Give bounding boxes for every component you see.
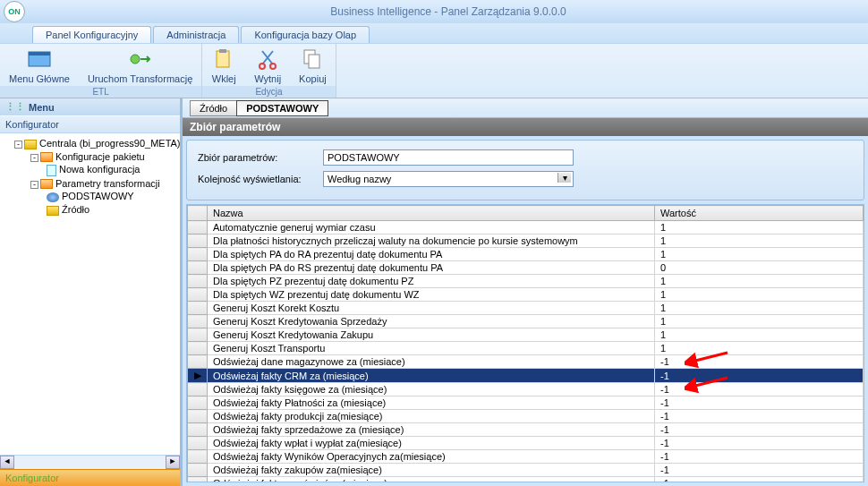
display-order-select[interactable]: Według nazwy — [323, 171, 574, 187]
cell-value[interactable]: 1 — [655, 302, 864, 315]
scroll-right-icon[interactable]: ► — [166, 456, 180, 469]
row-header[interactable] — [188, 423, 208, 437]
tree-view[interactable]: -Centrala (bi_progress90_META)-Konfigura… — [0, 133, 180, 455]
cell-name[interactable]: Odświeżaj fakty wpłat i wypłat za(miesią… — [208, 437, 655, 450]
row-header[interactable] — [188, 302, 208, 315]
cell-value[interactable]: 1 — [655, 221, 864, 234]
cell-name[interactable]: Dla spiętych PZ prezentuj datę dokumentu… — [208, 275, 655, 288]
table-row[interactable]: Odświeżaj fakty Płatności za (miesiące)-… — [188, 396, 864, 410]
tree-expander-icon[interactable]: - — [30, 154, 38, 162]
cell-value[interactable]: 1 — [655, 248, 864, 261]
breadcrumb-item[interactable]: Źródło — [190, 100, 237, 116]
table-row[interactable]: Generuj Koszt Korekt Kosztu1 — [188, 302, 864, 315]
cell-name[interactable]: Odświeżaj fakty zamówień za(miesiące) — [208, 477, 655, 483]
table-row[interactable]: Odświeżaj fakty księgowe za (miesiące)-1 — [188, 383, 864, 396]
column-header-value[interactable]: Wartość — [655, 206, 864, 221]
cell-name[interactable]: Odświeżaj fakty zakupów za(miesiące) — [208, 464, 655, 477]
cell-name[interactable]: Dla płatności historycznych przeliczaj w… — [208, 234, 655, 248]
table-row[interactable]: Odświeżaj fakty wpłat i wypłat za(miesią… — [188, 437, 864, 450]
sidebar-subtitle[interactable]: Konfigurator — [0, 115, 180, 133]
cell-name[interactable]: Odświeżaj fakty sprzedażowe za (miesiące… — [208, 423, 655, 437]
table-row[interactable]: ▶Odświeżaj fakty CRM za (miesiące)-1 — [188, 369, 864, 383]
tree-expander-icon[interactable]: - — [14, 141, 22, 149]
row-header[interactable] — [188, 383, 208, 396]
cell-value[interactable]: -1 — [655, 437, 864, 450]
sidebar-footer[interactable]: Konfigurator — [0, 469, 180, 486]
cell-value[interactable]: -1 — [655, 450, 864, 464]
cell-name[interactable]: Generuj Koszt Korekt Kosztu — [208, 302, 655, 315]
tree-node[interactable]: PODSTAWOWY — [2, 190, 178, 203]
tree-node[interactable]: -Parametry transformacji — [2, 177, 178, 191]
table-row[interactable]: Odświeżaj fakty zamówień za(miesiące)-1 — [188, 477, 864, 483]
ribbon-tab[interactable]: Konfiguracja bazy Olap — [241, 26, 370, 43]
row-header[interactable]: ▶ — [188, 369, 208, 383]
row-header[interactable] — [188, 396, 208, 410]
ribbon-button[interactable]: Menu Główne — [0, 44, 79, 86]
row-header[interactable] — [188, 464, 208, 477]
table-row[interactable]: Odświeżaj fakty zakupów za(miesiące)-1 — [188, 464, 864, 477]
cell-value[interactable]: -1 — [655, 410, 864, 423]
cell-value[interactable]: -1 — [655, 423, 864, 437]
cell-name[interactable]: Odświeżaj fakty Płatności za (miesiące) — [208, 396, 655, 410]
row-header[interactable] — [188, 275, 208, 288]
row-header[interactable] — [188, 288, 208, 302]
sidebar-hscroll[interactable]: ◄ ► — [0, 455, 180, 469]
cell-value[interactable]: -1 — [655, 383, 864, 396]
cell-name[interactable]: Dla spiętych PA do RS prezentuj datę dok… — [208, 261, 655, 275]
cell-name[interactable]: Odświeżaj fakty Wyników Operacyjnych za(… — [208, 450, 655, 464]
row-header[interactable] — [188, 355, 208, 369]
cell-value[interactable]: -1 — [655, 369, 864, 383]
row-header[interactable] — [188, 342, 208, 355]
row-header[interactable] — [188, 261, 208, 275]
cell-value[interactable]: -1 — [655, 477, 864, 483]
scroll-left-icon[interactable]: ◄ — [0, 456, 14, 469]
table-row[interactable]: Generuj Koszt Kredytowania Zakupu1 — [188, 328, 864, 342]
cell-name[interactable]: Odświeżaj dane magazynowe za (miesiace) — [208, 355, 655, 369]
row-header[interactable] — [188, 315, 208, 328]
ribbon-button[interactable]: Uruchom Transformację — [79, 44, 201, 86]
cell-value[interactable]: 1 — [655, 342, 864, 355]
table-row[interactable]: Odświeżaj fakty produkcji za(miesiące)-1 — [188, 410, 864, 423]
table-row[interactable]: Dla spiętych WZ prezentuj datę dokumentu… — [188, 288, 864, 302]
cell-value[interactable]: -1 — [655, 396, 864, 410]
cell-name[interactable]: Dla spiętych PA do RA prezentuj datę dok… — [208, 248, 655, 261]
ribbon-tab[interactable]: Administracja — [153, 26, 239, 43]
tree-node[interactable]: Źródło — [2, 203, 178, 217]
table-row[interactable]: Generuj Koszt Kredytowania Sprzedaży1 — [188, 315, 864, 328]
row-header[interactable] — [188, 477, 208, 483]
row-header[interactable] — [188, 410, 208, 423]
tree-node[interactable]: Nowa konfiguracja — [2, 163, 178, 177]
cell-name[interactable]: Dla spiętych WZ prezentuj datę dokumentu… — [208, 288, 655, 302]
table-row[interactable]: Odświeżaj fakty Wyników Operacyjnych za(… — [188, 450, 864, 464]
cell-value[interactable]: 1 — [655, 315, 864, 328]
cell-name[interactable]: Odświeżaj fakty produkcji za(miesiące) — [208, 410, 655, 423]
tree-expander-icon[interactable]: - — [30, 181, 38, 189]
param-set-input[interactable] — [323, 149, 574, 166]
cell-name[interactable]: Generuj Koszt Kredytowania Zakupu — [208, 328, 655, 342]
ribbon-tab[interactable]: Panel Konfiguracyjny — [32, 26, 151, 43]
ribbon-button[interactable]: Wytnij — [245, 44, 290, 86]
breadcrumb-item[interactable]: PODSTAWOWY — [236, 100, 328, 116]
cell-value[interactable]: -1 — [655, 464, 864, 477]
row-header[interactable] — [188, 234, 208, 248]
cell-value[interactable]: 1 — [655, 275, 864, 288]
table-row[interactable]: Dla spiętych PA do RS prezentuj datę dok… — [188, 261, 864, 275]
sidebar-grip-icon[interactable]: ⋮⋮ — [5, 101, 25, 113]
ribbon-button[interactable]: Wklej — [202, 44, 245, 86]
cell-value[interactable]: 1 — [655, 328, 864, 342]
row-header[interactable] — [188, 437, 208, 450]
tree-node[interactable]: -Centrala (bi_progress90_META) — [2, 137, 178, 150]
cell-value[interactable]: 0 — [655, 261, 864, 275]
cell-value[interactable]: 1 — [655, 234, 864, 248]
ribbon-button[interactable]: Kopiuj — [290, 44, 336, 86]
row-header[interactable] — [188, 450, 208, 464]
scroll-track[interactable] — [14, 456, 166, 469]
column-header-name[interactable]: Nazwa — [208, 206, 655, 221]
cell-name[interactable]: Generuj Koszt Kredytowania Sprzedaży — [208, 315, 655, 328]
cell-name[interactable]: Odświeżaj fakty CRM za (miesiące) — [208, 369, 655, 383]
cell-name[interactable]: Odświeżaj fakty księgowe za (miesiące) — [208, 383, 655, 396]
cell-name[interactable]: Generuj Koszt Transportu — [208, 342, 655, 355]
table-row[interactable]: Automatycznie generuj wymiar czasu1 — [188, 221, 864, 234]
table-row[interactable]: Generuj Koszt Transportu1 — [188, 342, 864, 355]
cell-value[interactable]: -1 — [655, 355, 864, 369]
